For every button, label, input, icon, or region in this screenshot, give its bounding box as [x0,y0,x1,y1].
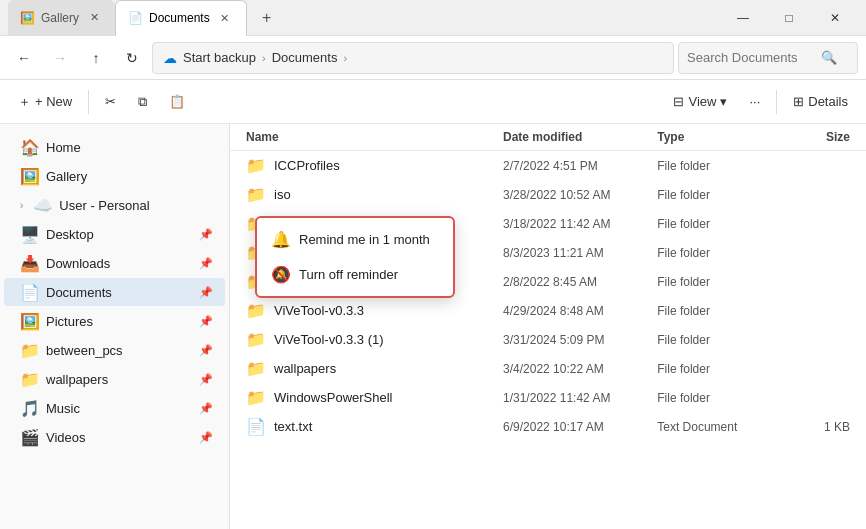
table-row[interactable]: 📁 ViVeTool-v0.3.3 (1) 3/31/2024 5:09 PM … [230,325,866,354]
file-name-label: wallpapers [274,361,336,376]
sidebar-item-desktop[interactable]: 🖥️ Desktop 📌 [4,220,225,248]
file-name-label: text.txt [274,419,312,434]
file-modified-3: 8/3/2023 11:21 AM [503,246,657,260]
sidebar-item-music[interactable]: 🎵 Music 📌 [4,394,225,422]
table-row[interactable]: 📁 ICCProfiles 2/7/2022 4:51 PM File fold… [230,151,866,180]
pictures-pin-icon: 📌 [199,315,213,328]
new-label: + New [35,94,72,109]
folder-icon: 📁 [246,388,266,407]
dropdown-menu: 🔔 Remind me in 1 month 🔕 Turn off remind… [255,216,455,298]
cut-button[interactable]: ✂ [95,88,126,115]
sidebar-item-desktop-label: Desktop [46,227,94,242]
turnoff-menu-item[interactable]: 🔕 Turn off reminder [257,257,453,292]
tab-gallery[interactable]: 🖼️ Gallery ✕ [8,0,115,36]
details-button[interactable]: ⊞ Details [783,88,858,115]
tab-documents[interactable]: 📄 Documents ✕ [115,0,247,36]
close-gallery-tab[interactable]: ✕ [85,9,103,27]
forward-button[interactable]: → [44,42,76,74]
sidebar-item-downloads-label: Downloads [46,256,110,271]
refresh-button[interactable]: ↻ [116,42,148,74]
main-area: 🏠 Home 🖼️ Gallery › ☁️ User - Personal 🖥… [0,124,866,529]
table-row[interactable]: 📄 text.txt 6/9/2022 10:17 AM Text Docume… [230,412,866,441]
maximize-button[interactable]: □ [766,0,812,36]
view-button[interactable]: ⊟ View ▾ [663,88,737,115]
file-modified-0: 2/7/2022 4:51 PM [503,159,657,173]
file-modified-8: 1/31/2022 11:42 AM [503,391,657,405]
back-button[interactable]: ← [8,42,40,74]
folder-icon: 📁 [246,359,266,378]
header-type: Type [657,130,786,144]
folder-icon: 📁 [246,301,266,320]
sidebar-item-home[interactable]: 🏠 Home [4,133,225,161]
folder-icon: 📁 [246,156,266,175]
table-row[interactable]: 📁 iso 3/28/2022 10:52 AM File folder [230,180,866,209]
downloads-icon: 📥 [20,254,38,272]
file-modified-1: 3/28/2022 10:52 AM [503,188,657,202]
sidebar-item-pictures-label: Pictures [46,314,93,329]
file-name-8: 📁 WindowsPowerShell [246,388,503,407]
documents-tab-label: Documents [149,11,210,25]
folder-icon: 📁 [246,330,266,349]
view-chevron-icon: ▾ [720,94,727,109]
sidebar-item-wallpapers[interactable]: 📁 wallpapers 📌 [4,365,225,393]
file-type-6: File folder [657,333,786,347]
desktop-pin-icon: 📌 [199,228,213,241]
file-modified-6: 3/31/2024 5:09 PM [503,333,657,347]
more-button[interactable]: ··· [739,88,770,115]
file-name-6: 📁 ViVeTool-v0.3.3 (1) [246,330,503,349]
wallpapers-icon: 📁 [20,370,38,388]
table-row[interactable]: 📁 ViVeTool-v0.3.3 4/29/2024 8:48 AM File… [230,296,866,325]
file-type-7: File folder [657,362,786,376]
minimize-button[interactable]: — [720,0,766,36]
sidebar-item-gallery-label: Gallery [46,169,87,184]
file-type-3: File folder [657,246,786,260]
file-modified-4: 2/8/2022 8:45 AM [503,275,657,289]
sidebar-item-home-label: Home [46,140,81,155]
gallery-tab-label: Gallery [41,11,79,25]
sidebar-item-user[interactable]: › ☁️ User - Personal [4,191,225,219]
cloud-icon: ☁ [163,50,177,66]
pictures-icon: 🖼️ [20,312,38,330]
tab-list: 🖼️ Gallery ✕ 📄 Documents ✕ + [8,0,720,36]
sidebar-item-gallery[interactable]: 🖼️ Gallery [4,162,225,190]
new-button[interactable]: ＋ + New [8,87,82,117]
close-button[interactable]: ✕ [812,0,858,36]
turnoff-label: Turn off reminder [299,267,398,282]
new-tab-button[interactable]: + [251,2,283,34]
file-name-9: 📄 text.txt [246,417,503,436]
file-type-9: Text Document [657,420,786,434]
search-input[interactable] [687,50,817,65]
sidebar-item-pictures[interactable]: 🖼️ Pictures 📌 [4,307,225,335]
file-modified-2: 3/18/2022 11:42 AM [503,217,657,231]
file-list: 📁 ICCProfiles 2/7/2022 4:51 PM File fold… [230,151,866,529]
table-row[interactable]: 📁 WindowsPowerShell 1/31/2022 11:42 AM F… [230,383,866,412]
cut-icon: ✂ [105,94,116,109]
sidebar-item-between-pcs[interactable]: 📁 between_pcs 📌 [4,336,225,364]
documents-pin-icon: 📌 [199,286,213,299]
sidebar-item-videos[interactable]: 🎬 Videos 📌 [4,423,225,451]
view-icon: ⊟ [673,94,684,109]
remind-label: Remind me in 1 month [299,232,430,247]
sidebar-item-documents[interactable]: 📄 Documents 📌 [4,278,225,306]
file-list-header: Name Date modified Type Size [230,124,866,151]
toolbar-sep-2 [776,90,777,114]
close-documents-tab[interactable]: ✕ [216,9,234,27]
address-bar[interactable]: ☁ Start backup › Documents › [152,42,674,74]
search-box[interactable]: 🔍 [678,42,858,74]
file-modified-5: 4/29/2024 8:48 AM [503,304,657,318]
music-pin-icon: 📌 [199,402,213,415]
documents-icon: 📄 [20,283,38,301]
up-button[interactable]: ↑ [80,42,112,74]
window-controls: — □ ✕ [720,0,858,36]
sidebar-item-downloads[interactable]: 📥 Downloads 📌 [4,249,225,277]
file-type-1: File folder [657,188,786,202]
downloads-pin-icon: 📌 [199,257,213,270]
remind-menu-item[interactable]: 🔔 Remind me in 1 month [257,222,453,257]
sidebar-item-wallpapers-label: wallpapers [46,372,108,387]
sidebar-item-user-label: User - Personal [59,198,149,213]
table-row[interactable]: 📁 wallpapers 3/4/2022 10:22 AM File fold… [230,354,866,383]
paste-button[interactable]: 📋 [159,88,195,115]
copy-button[interactable]: ⧉ [128,88,157,116]
breadcrumb-sep-1: › [262,52,266,64]
gallery-icon: 🖼️ [20,167,38,185]
